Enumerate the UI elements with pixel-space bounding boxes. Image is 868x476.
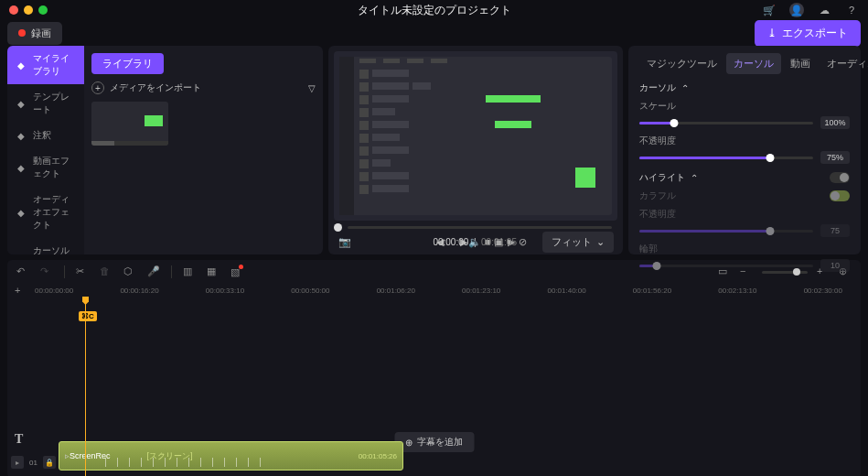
undo-icon[interactable]: ↶ — [16, 265, 29, 278]
video-clip[interactable]: ▹ ScreenRec [スクリーン] 00:01:05:26 — [59, 441, 403, 471]
redo-icon[interactable]: ↷ — [40, 265, 53, 278]
media-thumbnail[interactable] — [91, 102, 168, 146]
scale-slider[interactable] — [639, 122, 813, 124]
snapshot-icon[interactable]: 📷 — [338, 234, 352, 249]
library-tab[interactable]: ライブラリ — [91, 53, 164, 74]
scale-label: スケール — [639, 100, 850, 113]
opacity-label: 不透明度 — [639, 135, 850, 147]
sidebar-item-video-fx[interactable]: ◆動画エフェクト — [7, 148, 84, 187]
split-icon[interactable]: ✂ — [76, 265, 89, 278]
ruler-tick: 00:00:33:10 — [206, 287, 244, 295]
record-timeline-icon[interactable]: ▧ — [230, 266, 240, 278]
record-dot-icon — [18, 29, 26, 37]
opacity2-label: 不透明度 — [639, 208, 850, 221]
blur-label: 輪郭 — [639, 243, 850, 255]
ruler-tick: 00:00:00:00 — [35, 287, 73, 295]
sidebar-label: 動画エフェクト — [33, 155, 77, 180]
voiceover-icon[interactable]: 🎤 — [147, 265, 160, 278]
sidebar-label: オーディオエフェクト — [33, 193, 77, 232]
scale-value[interactable]: 100% — [820, 116, 850, 129]
export-button[interactable]: ⤓ エクスポート — [755, 20, 861, 47]
sidebar-label: カーソルエフェクト — [33, 244, 77, 254]
cloud-icon[interactable]: ☁ — [817, 3, 831, 17]
marker-icon[interactable]: ⬡ — [123, 265, 136, 278]
media-panel: ◆マイライブラリ◆テンプレート◆注釈◆動画エフェクト◆オーディオエフェクト◆カー… — [7, 46, 323, 254]
grid1-icon[interactable]: ▥ — [183, 265, 196, 278]
sidebar-item-template[interactable]: ◆テンプレート — [7, 84, 84, 123]
blur-slider[interactable] — [639, 265, 813, 267]
preview-panel: 📷 ◀ ▶ ■ ▶ 00:00:00 | 00:01:05 🔈 ▣ ⊘ ⛶ フィ… — [328, 46, 623, 254]
colorful-label: カラフル — [639, 189, 850, 202]
playhead[interactable] — [85, 297, 86, 476]
inspector-tab-1[interactable]: カーソル — [726, 53, 781, 74]
inspector-tab-3[interactable]: オーディオ — [820, 53, 868, 74]
track-collapse-icon[interactable]: ▸ — [11, 456, 24, 469]
ruler-tick: 00:01:56:20 — [633, 287, 671, 295]
template-icon: ◆ — [15, 98, 27, 110]
audio-fx-icon: ◆ — [15, 207, 27, 219]
add-subtitle-button[interactable]: ⊕ 字幕を追加 — [394, 432, 474, 452]
sidebar-item-audio-fx[interactable]: ◆オーディオエフェクト — [7, 187, 84, 238]
ruler-tick: 00:01:40:00 — [547, 287, 585, 295]
blur-value[interactable]: 10 — [820, 259, 850, 272]
chevron-down-icon: ⌄ — [596, 236, 605, 248]
titlebar: タイトル未設定のプロジェクト 🛒 👤 ☁ ? — [0, 0, 868, 20]
help-icon[interactable]: ? — [844, 3, 859, 17]
chevron-up-icon: ⌃ — [691, 173, 698, 183]
maximize-window[interactable] — [38, 5, 48, 15]
sidebar-item-annotation[interactable]: ◆注釈 — [7, 123, 84, 148]
window-title: タイトル未設定のプロジェクト — [358, 3, 511, 18]
fit-dropdown[interactable]: フィット⌄ — [542, 232, 614, 253]
minimize-window[interactable] — [24, 5, 33, 15]
record-button[interactable]: 録画 — [7, 22, 62, 45]
track-number: 01 — [29, 459, 38, 467]
cursor-section[interactable]: カーソル⌃ — [639, 81, 850, 94]
inspector-tab-0[interactable]: マジックツール — [639, 53, 724, 74]
ruler-tick: 00:02:13:10 — [718, 287, 756, 295]
account-icon[interactable]: 👤 — [789, 3, 804, 17]
window-controls — [9, 5, 48, 15]
track-lock-icon[interactable]: 🔒 — [43, 456, 56, 469]
add-track-icon[interactable]: + — [15, 285, 20, 296]
ruler-tick: 00:00:50:00 — [291, 287, 329, 295]
delete-icon[interactable]: 🗑 — [100, 265, 113, 278]
inspector-tab-2[interactable]: 動画 — [783, 53, 818, 74]
timeline-marker[interactable]: ⌘C — [79, 311, 97, 321]
highlight-section[interactable]: ハイライト⌃ — [639, 171, 850, 184]
import-plus-icon[interactable]: + — [91, 81, 104, 94]
sidebar-item-cursor-fx[interactable]: ◆カーソルエフェクト — [7, 238, 84, 254]
export-label: エクスポート — [782, 26, 848, 41]
import-media-button[interactable]: メディアをインポート — [110, 81, 201, 94]
export-icon: ⤓ — [767, 27, 777, 39]
library-icon: ◆ — [15, 60, 27, 71]
video-fx-icon: ◆ — [15, 162, 27, 174]
opacity2-value[interactable]: 75 — [820, 224, 850, 237]
annotation-icon: ◆ — [15, 130, 27, 142]
crop-icon[interactable]: ▣ — [491, 234, 506, 249]
highlight-toggle[interactable] — [830, 172, 850, 183]
opacity-value[interactable]: 75% — [820, 151, 850, 164]
preview-progress[interactable] — [334, 225, 617, 230]
colorful-toggle[interactable] — [830, 190, 850, 201]
ruler-tick: 00:02:30:00 — [804, 287, 842, 295]
clip-name: ScreenRec — [70, 451, 111, 460]
timeline-ruler[interactable]: + 00:00:00:0000:00:16:2000:00:33:1000:00… — [7, 284, 861, 297]
timeline[interactable]: ⌘C T ⊕ 字幕を追加 ▸ 01 🔒 👁 🔈 ▹ ScreenRec [スクリ… — [7, 297, 861, 476]
ruler-tick: 00:01:06:20 — [377, 287, 415, 295]
opacity2-slider[interactable] — [639, 230, 813, 233]
plus-icon: ⊕ — [405, 438, 413, 448]
grid2-icon[interactable]: ▦ — [207, 265, 220, 278]
preview-canvas[interactable] — [334, 51, 617, 221]
cart-icon[interactable]: 🛒 — [762, 3, 777, 17]
chevron-up-icon: ⌃ — [681, 83, 689, 93]
sidebar: ◆マイライブラリ◆テンプレート◆注釈◆動画エフェクト◆オーディオエフェクト◆カー… — [7, 46, 84, 254]
text-track-button[interactable]: T — [15, 432, 23, 447]
opacity-slider[interactable] — [639, 157, 813, 159]
sidebar-item-library[interactable]: ◆マイライブラリ — [7, 46, 84, 84]
volume-icon[interactable]: 🔈 — [467, 234, 482, 249]
filter-icon[interactable]: ▽ — [308, 83, 316, 93]
close-window[interactable] — [9, 5, 18, 15]
detach-icon[interactable]: ⊘ — [515, 234, 530, 249]
preview-controls: 📷 ◀ ▶ ■ ▶ 00:00:00 | 00:01:05 🔈 ▣ ⊘ ⛶ フィ… — [334, 234, 617, 249]
zoom-slider[interactable] — [762, 271, 808, 274]
